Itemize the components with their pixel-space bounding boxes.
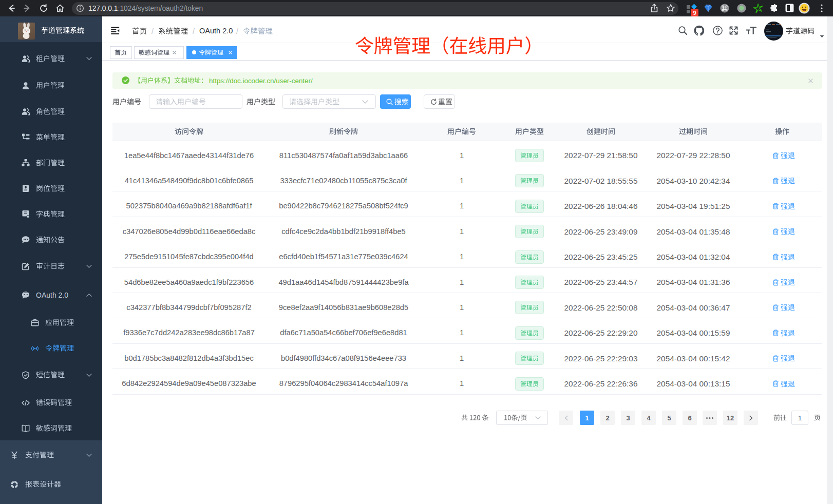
svg-text:9: 9 [693, 10, 696, 16]
